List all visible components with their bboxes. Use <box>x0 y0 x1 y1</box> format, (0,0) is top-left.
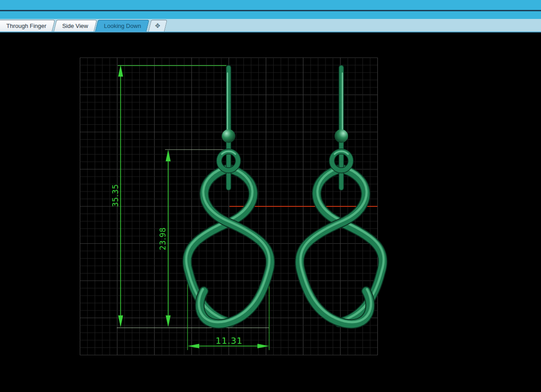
toolbar-strip <box>0 11 541 19</box>
tab-through-finger[interactable]: Through Finger <box>0 20 54 32</box>
earring-left[interactable] <box>186 68 270 324</box>
tab-label: Side View <box>62 23 88 29</box>
application-window: Through Finger Side View Looking Down ✥ <box>0 0 541 392</box>
title-bar <box>0 0 541 10</box>
cad-viewport[interactable]: 35.35 23.98 11.31 <box>0 32 541 392</box>
viewport-tab-strip: Through Finger Side View Looking Down ✥ <box>0 19 541 32</box>
tab-looking-down[interactable]: Looking Down <box>96 20 148 32</box>
viewport-canvas[interactable]: 35.35 23.98 11.31 <box>0 32 541 392</box>
dim-text-width: 11.31 <box>215 335 243 346</box>
arrow-up-icon <box>118 65 123 77</box>
arrow-up-icon <box>166 150 171 161</box>
tab-move-button[interactable]: ✥ <box>150 20 166 32</box>
dim-text-inner-height: 23.98 <box>158 227 167 250</box>
tab-side-view[interactable]: Side View <box>55 20 96 32</box>
earring-right[interactable] <box>299 68 384 324</box>
move-icon: ✥ <box>155 22 160 29</box>
viewport-tabs: Through Finger Side View Looking Down ✥ <box>0 20 167 32</box>
dim-text-overall-height: 35.35 <box>111 184 120 207</box>
tab-label: Through Finger <box>6 23 46 29</box>
tab-label: Looking Down <box>104 23 141 29</box>
